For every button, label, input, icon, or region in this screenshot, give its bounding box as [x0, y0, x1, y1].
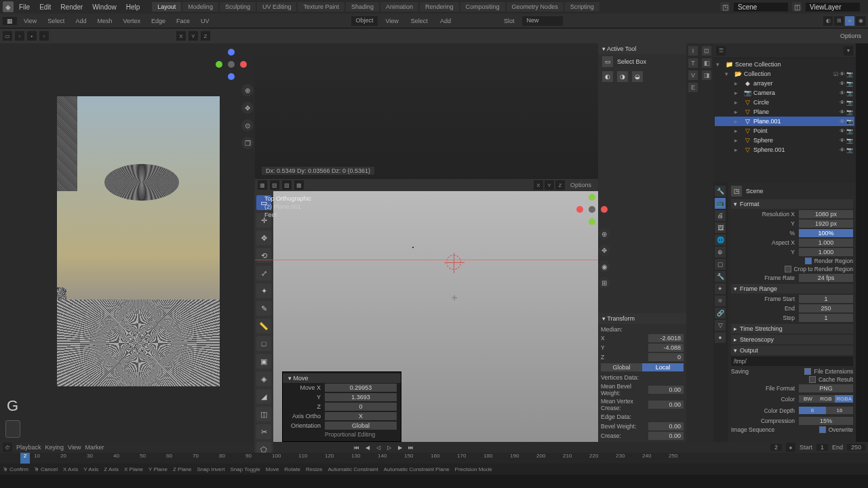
- tree-arrayer[interactable]: ▸◆arrayer👁📷: [715, 79, 854, 88]
- tab-texpaint[interactable]: Texture Paint: [298, 2, 344, 12]
- menu-edit[interactable]: Edit: [35, 2, 55, 12]
- axis-z[interactable]: Z: [201, 31, 210, 41]
- hdr-edge[interactable]: Edge: [147, 16, 170, 26]
- play-next-icon[interactable]: ▶: [395, 443, 405, 451]
- crop-check[interactable]: [785, 266, 791, 272]
- options-dropdown[interactable]: Options: [840, 33, 861, 39]
- output-path[interactable]: /tmp/: [731, 357, 853, 366]
- tree-plane001[interactable]: ▸▽Plane.001👁📷: [715, 117, 854, 126]
- tool-extrude-icon[interactable]: ▣: [256, 354, 271, 369]
- axis-ortho-val[interactable]: X: [325, 412, 397, 420]
- ptab-object-icon[interactable]: ▢: [715, 259, 726, 270]
- aspx-val[interactable]: 1.000: [799, 239, 853, 247]
- viewlayer-name[interactable]: ViewLayer: [806, 3, 860, 12]
- seg-local[interactable]: Local: [642, 363, 684, 371]
- tstretch-title[interactable]: Time Stretching: [740, 325, 783, 332]
- axis-y[interactable]: Y: [189, 31, 198, 41]
- hdr-uv[interactable]: UV: [197, 16, 214, 26]
- resy-val[interactable]: 1920 px: [799, 220, 853, 228]
- cacheresult-check[interactable]: [809, 376, 816, 383]
- outliner-filter-icon[interactable]: ▾: [844, 46, 853, 56]
- tab-sculpting[interactable]: Sculpting: [220, 2, 256, 12]
- tab-geonodes[interactable]: Geometry Nodes: [507, 2, 564, 12]
- play-rev-icon[interactable]: ◁: [374, 443, 383, 451]
- ptab-view-icon[interactable]: 🖼: [715, 222, 726, 233]
- pct-val[interactable]: 100%: [799, 229, 853, 237]
- fstep-val[interactable]: 1: [799, 314, 853, 322]
- tl-marker[interactable]: Marker: [85, 444, 104, 451]
- vp-options[interactable]: Options: [566, 180, 595, 190]
- tl-playback[interactable]: Playback: [16, 444, 41, 451]
- side-tab-item[interactable]: I: [688, 46, 698, 56]
- ptab-physics-icon[interactable]: ⚛: [715, 296, 726, 306]
- fps-val[interactable]: 24 fps: [799, 274, 853, 282]
- hdr-add[interactable]: Add: [71, 16, 90, 26]
- hdr-add2[interactable]: Add: [436, 16, 455, 26]
- color-rgba[interactable]: RGBA: [835, 395, 853, 403]
- tab-rendering[interactable]: Rendering: [420, 2, 459, 12]
- mini-icon-2[interactable]: ◑: [617, 71, 628, 82]
- move-z-val[interactable]: 0: [325, 403, 397, 411]
- tool-bevel-icon[interactable]: ◢: [256, 389, 271, 404]
- scene-name[interactable]: Scene: [734, 3, 788, 12]
- tool-inset-icon[interactable]: ◈: [256, 371, 271, 386]
- vp-btn4[interactable]: ▩: [294, 180, 304, 190]
- tab-scripting[interactable]: Scripting: [565, 2, 599, 12]
- vp-btn1[interactable]: ▦: [258, 180, 267, 190]
- stereo-title[interactable]: Stereoscopy: [740, 336, 774, 343]
- median-x[interactable]: -2.6018: [648, 334, 684, 342]
- shading-solid-icon[interactable]: ●: [845, 16, 854, 26]
- move-x-val[interactable]: 0.29953: [325, 384, 397, 392]
- camera-icon[interactable]: ⊙: [241, 119, 254, 131]
- tl-keying[interactable]: Keying: [45, 444, 64, 451]
- menu-render[interactable]: Render: [56, 2, 87, 12]
- ebw-val[interactable]: 0.00: [648, 422, 684, 430]
- overlay-icon[interactable]: ◐: [823, 16, 833, 26]
- tab-animation[interactable]: Animation: [380, 2, 418, 12]
- mode-dropdown[interactable]: ▦: [3, 17, 17, 25]
- tab-layout[interactable]: Layout: [152, 2, 181, 12]
- autokey-icon[interactable]: ●: [786, 443, 795, 452]
- ptab-world-icon[interactable]: ⊕: [715, 247, 726, 258]
- tool-annotate-icon[interactable]: ✎: [256, 301, 271, 316]
- toolbar-icon-3[interactable]: ▪: [27, 31, 37, 41]
- menu-help[interactable]: Help: [122, 2, 144, 12]
- hdr-select2[interactable]: Select: [407, 16, 432, 26]
- play-first-icon[interactable]: ⏮: [352, 443, 361, 451]
- fend-val[interactable]: 250: [799, 304, 853, 312]
- tl-view[interactable]: View: [68, 444, 81, 451]
- tool-move-icon[interactable]: ✥: [256, 230, 271, 245]
- timeline-icon[interactable]: ⏱: [3, 443, 12, 452]
- persp-icon[interactable]: ❐: [241, 137, 254, 149]
- tree-point[interactable]: ▸▽Point👁📷: [715, 126, 854, 136]
- tool-scale-icon[interactable]: ⤢: [256, 266, 271, 281]
- ico-2[interactable]: ◧: [702, 58, 711, 68]
- ico-3[interactable]: ◨: [702, 70, 711, 80]
- fileext-check[interactable]: [804, 368, 811, 375]
- tab-uv[interactable]: UV Editing: [257, 2, 297, 12]
- playhead[interactable]: 2: [20, 453, 30, 464]
- mini-icon-3[interactable]: ◒: [632, 71, 643, 82]
- play-prev-icon[interactable]: ◀: [363, 443, 372, 451]
- fstart-val[interactable]: 1: [799, 295, 853, 303]
- renderregion-check[interactable]: [805, 258, 812, 264]
- vp-ax-y[interactable]: Y: [545, 180, 554, 190]
- tab-compositing[interactable]: Compositing: [460, 2, 505, 12]
- fmt-val[interactable]: PNG: [799, 384, 853, 392]
- tool-measure-icon[interactable]: 📏: [256, 319, 271, 333]
- vp-camera-icon[interactable]: ◉: [598, 260, 610, 272]
- toolbar-icon-1[interactable]: ▭: [3, 31, 12, 41]
- vp-pan-icon[interactable]: ✥: [598, 244, 610, 256]
- tree-camera[interactable]: ▸📷Camera👁📷: [715, 88, 854, 98]
- ptab-output-icon[interactable]: 🖨: [715, 210, 726, 221]
- viewport-main[interactable]: ▭ ✛ ✥ ⟲ ⤢ ✦ ✎ 📏 □ ▣ ◈ ◢ ◫ ✂ ⬠ Top Orthog…: [255, 191, 598, 442]
- pan-icon[interactable]: ✥: [241, 102, 254, 114]
- tool-rotate-icon[interactable]: ⟲: [256, 248, 271, 263]
- tree-sphere[interactable]: ▸▽Sphere👁📷: [715, 136, 854, 145]
- ptab-particles-icon[interactable]: ✦: [715, 283, 726, 294]
- mvc-val[interactable]: 0.00: [648, 401, 684, 409]
- tool-transform-icon[interactable]: ✦: [256, 283, 271, 298]
- tool-knife-icon[interactable]: ✂: [256, 424, 271, 439]
- ptab-material-icon[interactable]: ●: [715, 332, 726, 343]
- vp-zoom-icon[interactable]: ⊕: [598, 228, 610, 240]
